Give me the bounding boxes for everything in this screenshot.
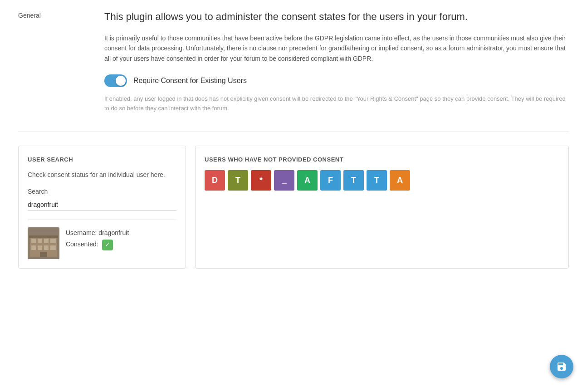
avatar-badge[interactable]: D <box>205 170 225 191</box>
svg-rect-10 <box>40 252 47 257</box>
avatar-badge[interactable]: A <box>297 170 318 191</box>
section-label: General <box>18 9 91 113</box>
svg-rect-6 <box>31 245 36 250</box>
username-line: Username: dragonfruit <box>66 227 129 239</box>
description-text: It is primarily useful to those communit… <box>104 33 569 64</box>
section-content: This plugin allows you to administer the… <box>104 9 569 113</box>
page-container: General This plugin allows you to admini… <box>0 0 587 278</box>
svg-rect-2 <box>31 239 36 243</box>
user-search-card: USER SEARCH Check consent status for an … <box>18 146 186 269</box>
avatar-badge[interactable]: T <box>343 170 364 191</box>
user-search-description: Check consent status for an individual u… <box>28 170 176 180</box>
consented-line: Consented: ✓ <box>66 239 129 250</box>
search-divider <box>28 220 176 220</box>
avatar-badge[interactable]: T <box>228 170 248 191</box>
toggle-description: If enabled, any user logged in that does… <box>104 94 569 113</box>
search-input[interactable] <box>28 199 176 211</box>
svg-rect-4 <box>44 239 49 243</box>
svg-rect-8 <box>44 245 49 250</box>
svg-rect-9 <box>50 245 56 250</box>
avatar-badge[interactable]: _ <box>274 170 294 191</box>
main-title: This plugin allows you to administer the… <box>104 9 569 24</box>
user-info: Username: dragonfruit Consented: ✓ <box>66 227 129 250</box>
user-avatar <box>28 227 59 259</box>
consent-check-icon: ✓ <box>102 240 113 250</box>
username-value: dragonfruit <box>98 229 129 236</box>
svg-rect-11 <box>29 235 58 238</box>
avatars-row: DT*_AFTTA <box>205 170 559 191</box>
search-label: Search <box>28 187 176 196</box>
username-label: Username: <box>66 229 97 236</box>
user-result: Username: dragonfruit Consented: ✓ <box>28 227 176 259</box>
avatar-badge[interactable]: * <box>251 170 271 191</box>
avatar-badge[interactable]: F <box>320 170 341 191</box>
general-section: General This plugin allows you to admini… <box>18 9 569 132</box>
toggle-label: Require Consent for Existing Users <box>133 75 247 86</box>
require-consent-toggle[interactable] <box>104 74 127 87</box>
svg-rect-3 <box>38 239 42 243</box>
consented-label: Consented: <box>66 240 98 248</box>
consent-card: USERS WHO HAVE NOT PROVIDED CONSENT DT*_… <box>195 146 569 269</box>
avatar-badge[interactable]: T <box>367 170 387 191</box>
toggle-row: Require Consent for Existing Users <box>104 74 569 87</box>
svg-rect-7 <box>38 245 42 250</box>
svg-rect-5 <box>50 239 56 243</box>
avatar-badge[interactable]: A <box>390 170 410 191</box>
bottom-section: USER SEARCH Check consent status for an … <box>18 146 569 269</box>
consent-card-title: USERS WHO HAVE NOT PROVIDED CONSENT <box>205 155 559 164</box>
user-search-title: USER SEARCH <box>28 155 176 164</box>
toggle-knob <box>116 76 126 86</box>
